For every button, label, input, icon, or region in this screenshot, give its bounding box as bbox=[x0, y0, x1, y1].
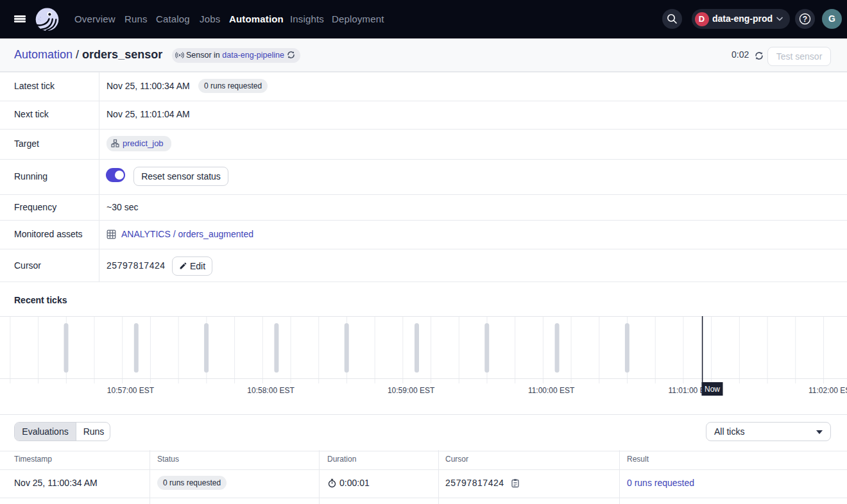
svg-text:10:58:00 EST: 10:58:00 EST bbox=[247, 386, 295, 395]
svg-text:10:57:00 EST: 10:57:00 EST bbox=[107, 386, 155, 395]
svg-text:11:02:00 EST: 11:02:00 EST bbox=[809, 386, 847, 395]
svg-text:?: ? bbox=[803, 15, 807, 24]
svg-text:11:00:00 EST: 11:00:00 EST bbox=[528, 386, 575, 395]
svg-text:10:59:00 EST: 10:59:00 EST bbox=[388, 386, 435, 395]
svg-text:Now: Now bbox=[705, 385, 720, 394]
